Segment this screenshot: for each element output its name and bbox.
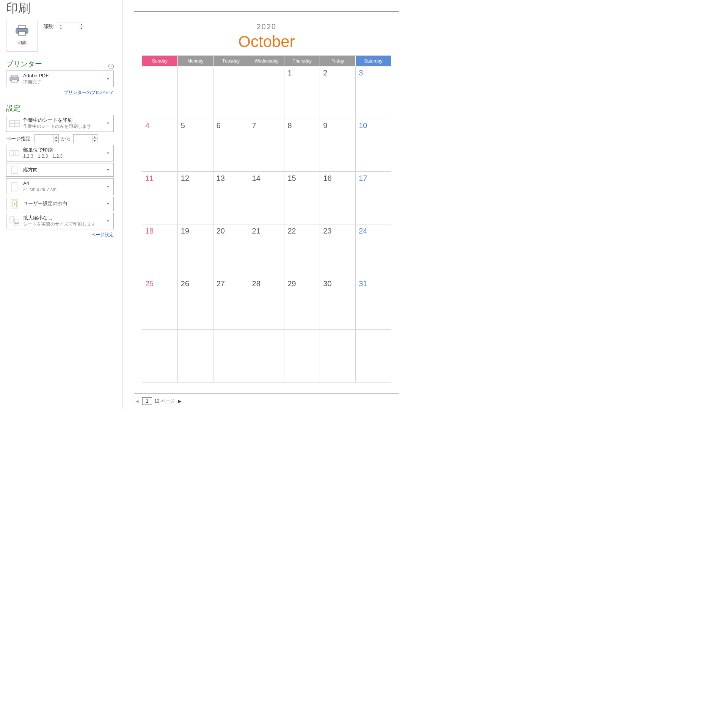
svg-rect-5: [11, 75, 17, 77]
calendar-weekday-header: Wednesday: [249, 56, 285, 66]
page-title: 印刷: [6, 0, 114, 17]
printer-status: 準備完了: [23, 79, 102, 85]
page-from-input[interactable]: [35, 135, 54, 143]
calendar-grid: SundayMondayTuesdayWednesdayThursdayFrid…: [142, 55, 391, 383]
printer-dropdown[interactable]: Adobe PDF 準備完了 ▼: [6, 71, 114, 87]
calendar-day-cell: 6: [213, 119, 249, 172]
calendar-day-cell: 28: [249, 277, 285, 330]
page-to-input[interactable]: [74, 135, 93, 143]
calendar-weekday-header: Sunday: [142, 56, 178, 66]
svg-rect-2: [19, 31, 25, 36]
pager: ◀ 12 ページ ▶: [134, 397, 417, 405]
print-what-sub: 作業中のシートのみを印刷します: [23, 124, 102, 130]
svg-text:★: ★: [13, 202, 16, 206]
calendar-day-cell: 31: [356, 277, 391, 330]
sheets-icon: [9, 119, 20, 128]
svg-rect-10: [10, 150, 14, 156]
margins-main: ユーザー設定の余白: [23, 201, 102, 207]
calendar-day-cell: 23: [320, 224, 356, 277]
page-from-spinner[interactable]: ▲▼: [35, 134, 59, 143]
calendar-day-cell: 2: [320, 66, 356, 119]
paper-dropdown[interactable]: A4 21 cm x 29.7 cm ▼: [6, 178, 114, 195]
margins-dropdown[interactable]: ★ ユーザー設定の余白 ▼: [6, 197, 114, 211]
chevron-down-icon: ▼: [105, 219, 111, 223]
chevron-down-icon: ▼: [105, 122, 111, 125]
spinner-up-icon[interactable]: ▲: [79, 22, 84, 27]
copies-label: 部数:: [43, 23, 55, 30]
calendar-day-cell: 15: [284, 172, 320, 224]
pager-total: 12 ページ: [154, 398, 174, 404]
paper-main: A4: [23, 180, 102, 187]
copies-input[interactable]: [57, 22, 79, 31]
spinner-down-icon[interactable]: ▼: [54, 139, 58, 143]
spinner-down-icon[interactable]: ▼: [79, 27, 84, 31]
collation-sub: 1,2,3 1,2,3 1,2,3: [23, 154, 102, 160]
page-to-spinner[interactable]: ▲▼: [73, 134, 97, 143]
calendar-weekday-header: Thursday: [284, 56, 320, 66]
printer-icon: [15, 25, 29, 38]
calendar-month: October: [142, 33, 391, 51]
print-what-dropdown[interactable]: 作業中のシートを印刷 作業中のシートのみを印刷します ▼: [6, 115, 114, 132]
pager-current-input[interactable]: [142, 397, 152, 405]
calendar-day-cell: [249, 66, 285, 119]
svg-point-3: [25, 29, 27, 30]
calendar-day-cell: 13: [213, 172, 249, 224]
chevron-down-icon: ▼: [105, 185, 111, 188]
calendar-day-cell: 5: [178, 119, 213, 172]
calendar-day-cell: 3: [356, 66, 391, 119]
page-setup-link[interactable]: ページ設定: [6, 232, 114, 238]
scaling-sub: シートを実際のサイズで印刷します: [23, 221, 102, 227]
calendar-day-cell: [284, 330, 320, 383]
calendar-day-cell: 9: [320, 119, 356, 172]
svg-rect-11: [15, 150, 19, 156]
calendar-day-cell: 21: [249, 224, 285, 277]
printer-properties-link[interactable]: プリンターのプロパティ: [6, 89, 114, 96]
calendar-day-cell: [142, 66, 178, 119]
svg-rect-12: [12, 166, 17, 174]
calendar-day-cell: 22: [284, 224, 320, 277]
spinner-down-icon[interactable]: ▼: [93, 139, 97, 143]
print-button[interactable]: 印刷: [6, 20, 38, 52]
collation-dropdown[interactable]: 部単位で印刷 1,2,3 1,2,3 1,2,3 ▼: [6, 145, 114, 161]
calendar-day-cell: 24: [356, 224, 391, 277]
calendar-day-cell: 7: [249, 119, 285, 172]
calendar-day-cell: 10: [356, 119, 391, 172]
scaling-icon: 100: [9, 216, 20, 226]
portrait-icon: [9, 165, 20, 174]
print-button-label: 印刷: [17, 40, 27, 46]
calendar-day-cell: 4: [142, 119, 178, 172]
svg-rect-13: [12, 183, 17, 191]
chevron-down-icon: ▼: [105, 77, 111, 81]
calendar-day-cell: [213, 66, 249, 119]
svg-rect-17: [10, 217, 14, 222]
print-what-main: 作業中のシートを印刷: [23, 117, 102, 124]
calendar-day-cell: 1: [284, 66, 320, 119]
spinner-up-icon[interactable]: ▲: [93, 135, 97, 139]
calendar-day-cell: [213, 330, 249, 383]
scaling-dropdown[interactable]: 100 拡大縮小なし シートを実際のサイズで印刷します ▼: [6, 213, 114, 229]
svg-rect-0: [19, 25, 25, 28]
chevron-down-icon: ▼: [105, 202, 111, 205]
calendar-day-cell: 30: [320, 277, 356, 330]
orientation-dropdown[interactable]: 縦方向 ▼: [6, 163, 114, 177]
paper-sub: 21 cm x 29.7 cm: [23, 187, 102, 193]
calendar-day-cell: 20: [213, 224, 249, 277]
svg-text:100: 100: [14, 221, 19, 224]
spinner-up-icon[interactable]: ▲: [54, 135, 58, 139]
printer-device-icon: [9, 75, 20, 83]
calendar-day-cell: 12: [178, 172, 213, 224]
pager-next-icon[interactable]: ▶: [177, 399, 183, 404]
calendar-day-cell: [142, 330, 178, 383]
info-icon[interactable]: i: [108, 64, 114, 69]
calendar-day-cell: [178, 330, 213, 383]
pager-prev-icon[interactable]: ◀: [134, 399, 140, 404]
calendar-day-cell: 27: [213, 277, 249, 330]
copies-spinner[interactable]: ▲ ▼: [57, 22, 84, 31]
collation-icon: [9, 149, 20, 157]
paper-icon: [9, 182, 20, 192]
calendar-year: 2020: [142, 22, 391, 31]
calendar-day-cell: 26: [178, 277, 213, 330]
calendar-day-cell: 14: [249, 172, 285, 224]
collation-main: 部単位で印刷: [23, 147, 102, 154]
page-range-label: ページ指定:: [6, 135, 32, 142]
